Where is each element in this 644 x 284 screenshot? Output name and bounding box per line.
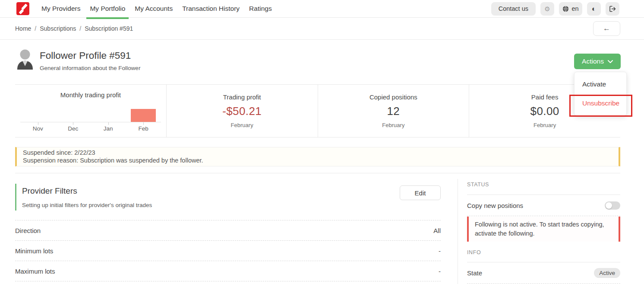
breadcrumb: Home / Subscriptions / Subscription #591 xyxy=(15,25,133,32)
provider-filters-table: Direction All Minimum lots - Maximum lot… xyxy=(15,220,441,281)
gear-icon: ⚙︎ xyxy=(544,6,550,12)
breadcrumb-separator: / xyxy=(35,25,36,32)
avatar xyxy=(16,49,34,70)
globe-icon xyxy=(562,6,569,12)
status-badge: Active xyxy=(594,268,620,278)
copy-new-positions-toggle[interactable] xyxy=(605,201,620,210)
column-divider xyxy=(458,179,458,284)
language-button[interactable]: en xyxy=(559,2,582,16)
stat-card-trading-profit: Trading profit -$50.21 February xyxy=(167,85,318,137)
nav-item-my-portfolio[interactable]: My Portfolio xyxy=(86,0,129,18)
table-row-direction: Direction All xyxy=(15,220,441,241)
chart-x-tick-label: Dec xyxy=(55,125,90,132)
state-row: State Active xyxy=(467,262,620,284)
navbar-actions: Contact us ⚙︎ en ◐ xyxy=(491,2,619,16)
breadcrumb-subscriptions[interactable]: Subscriptions xyxy=(40,25,76,32)
stats-row: Monthly trading profit NovDecJanFeb Trad… xyxy=(15,84,620,137)
breadcrumb-home[interactable]: Home xyxy=(15,25,31,32)
back-button[interactable]: ← xyxy=(593,21,620,36)
toggle-knob xyxy=(606,202,612,209)
row-label: Maximum lots xyxy=(15,268,55,275)
settings-button[interactable]: ⚙︎ xyxy=(540,2,554,16)
row-label: Minimum lots xyxy=(15,247,53,255)
breadcrumb-current: Subscription #591 xyxy=(85,25,133,32)
page-title: Follower Profile #591 xyxy=(40,50,131,61)
chart-axis-tick xyxy=(73,122,73,125)
monthly-trading-profit-chart: Monthly trading profit NovDecJanFeb xyxy=(15,85,167,137)
breadcrumb-separator: / xyxy=(79,25,81,32)
copy-new-positions-label: Copy new positions xyxy=(467,202,523,209)
chart-x-axis: NovDecJanFeb xyxy=(20,122,161,137)
chart-body: NovDecJanFeb xyxy=(15,109,166,137)
status-heading: STATUS xyxy=(467,176,620,188)
brand-logo[interactable] xyxy=(16,2,29,15)
back-arrow-icon: ← xyxy=(603,24,610,33)
theme-toggle-button[interactable]: ◐ xyxy=(587,2,601,16)
chart-bar-slot xyxy=(126,109,161,122)
section-divider xyxy=(15,173,620,173)
stat-label: Copied positions xyxy=(369,93,417,101)
stat-period: February xyxy=(231,122,253,128)
stat-value: $0.00 xyxy=(530,105,559,118)
nav-item-transaction-history[interactable]: Transaction History xyxy=(179,0,243,18)
logo-mark xyxy=(19,9,24,14)
stat-value: 12 xyxy=(387,105,400,118)
menu-item-activate[interactable]: Activate xyxy=(575,75,626,94)
provider-filters-header: Provider Filters Setting up initial filt… xyxy=(15,184,441,211)
provider-filters-title: Provider Filters xyxy=(22,184,441,196)
suspension-alert: Suspended since: 2/22/23 Suspension reas… xyxy=(15,147,620,166)
chart-bars xyxy=(20,109,161,122)
actions-button-label: Actions xyxy=(582,57,604,65)
chart-x-tick-label: Jan xyxy=(91,125,126,132)
actions-dropdown-menu: Activate Unsubscribe xyxy=(574,72,627,116)
row-value: - xyxy=(439,268,441,275)
contact-us-button[interactable]: Contact us xyxy=(491,2,536,16)
stat-label: Trading profit xyxy=(223,93,261,101)
edit-button[interactable]: Edit xyxy=(400,185,441,200)
chart-x-tick-label: Feb xyxy=(126,125,161,132)
breadcrumb-row: Home / Subscriptions / Subscription #591… xyxy=(0,18,644,40)
stat-card-copied-positions: Copied positions 12 February xyxy=(318,85,470,137)
row-value: - xyxy=(439,247,441,255)
stat-label: Paid fees xyxy=(531,93,559,101)
chevron-down-icon xyxy=(608,60,613,63)
suspension-since-text: Suspended since: 2/22/23 xyxy=(23,149,612,157)
chart-bar-slot xyxy=(91,109,126,122)
chart-title: Monthly trading profit xyxy=(60,91,121,99)
row-label: Direction xyxy=(15,227,41,234)
chart-bar xyxy=(131,109,156,122)
stat-period: February xyxy=(382,122,404,128)
chart-axis-tick xyxy=(38,122,38,125)
logout-button[interactable] xyxy=(606,2,619,16)
chart-axis-tick xyxy=(143,122,144,125)
nav-item-my-providers[interactable]: My Providers xyxy=(38,0,84,18)
info-heading: INFO xyxy=(467,249,620,255)
menu-item-unsubscribe[interactable]: Unsubscribe xyxy=(575,94,626,113)
actions-button[interactable]: Actions xyxy=(574,54,621,69)
chart-bar-slot xyxy=(20,109,55,122)
chart-axis-tick xyxy=(108,122,109,125)
row-value: All xyxy=(433,227,441,234)
table-row-minimum-lots: Minimum lots - xyxy=(15,241,441,261)
provider-filters-section: Provider Filters Setting up initial filt… xyxy=(15,184,441,281)
chart-bar-slot xyxy=(55,109,90,122)
chart-x-tick-label: Nov xyxy=(20,125,55,132)
nav-item-my-accounts[interactable]: My Accounts xyxy=(131,0,176,18)
following-inactive-note: Following is not active. To start trades… xyxy=(467,217,620,242)
table-row-maximum-lots: Maximum lots - xyxy=(15,261,441,281)
stat-value: -$50.21 xyxy=(222,105,262,118)
copy-new-positions-row: Copy new positions xyxy=(467,195,620,216)
profile-header: Follower Profile #591 General informatio… xyxy=(0,40,644,84)
stat-period: February xyxy=(534,122,556,128)
nav-item-ratings[interactable]: Ratings xyxy=(246,0,275,18)
logout-icon xyxy=(609,6,616,12)
state-label: State xyxy=(467,269,482,277)
language-code: en xyxy=(571,5,578,12)
main-nav: My Providers My Portfolio My Accounts Tr… xyxy=(38,0,278,18)
suspension-reason-text: Suspension reason: Subscription was susp… xyxy=(23,157,612,165)
top-navbar: My Providers My Portfolio My Accounts Tr… xyxy=(0,0,644,18)
page-subtitle: General information about the Follower xyxy=(40,65,140,71)
provider-filters-subtitle: Setting up initial filters for provider'… xyxy=(22,202,441,208)
status-sidebar: STATUS Copy new positions Following is n… xyxy=(467,176,620,284)
contrast-icon: ◐ xyxy=(592,5,596,13)
